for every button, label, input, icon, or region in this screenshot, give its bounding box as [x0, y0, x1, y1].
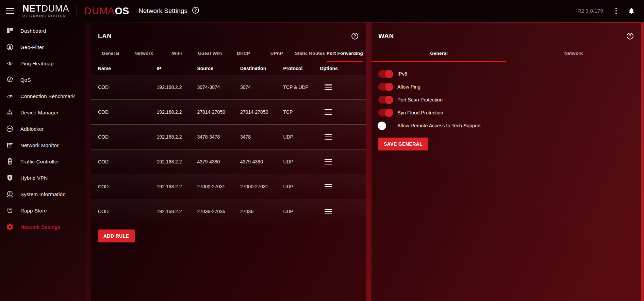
cell-ip: 192.168.2.2: [157, 84, 197, 90]
cell-source: 4379-4380: [197, 159, 240, 164]
sidebar-item-label: Device Manager: [20, 110, 59, 115]
save-general-button[interactable]: SAVE GENERAL: [378, 138, 428, 150]
sidebar-item-label: Dashboard: [20, 28, 46, 34]
top-header: NETDUMA R2 GAMING ROUTER DUMAOS Network …: [0, 0, 644, 22]
toggle-label: Syn Flood Protection: [397, 110, 443, 115]
allow-ping-toggle[interactable]: [378, 83, 393, 91]
sidebar-item-label: Traffic Controller: [20, 159, 59, 164]
sidebar-item-label: Ping Heatmap: [20, 61, 53, 66]
dumaos-logo: DUMAOS: [84, 6, 129, 16]
firmware-version: R2 3.0.179: [577, 8, 603, 14]
cell-protocol: TCP: [283, 109, 320, 115]
lan-tab-wifi[interactable]: WiFi: [160, 48, 194, 62]
cell-name: COD: [98, 209, 157, 214]
app-root: NETDUMA R2 GAMING ROUTER DUMAOS Network …: [0, 0, 644, 301]
sidebar-item-label: Rapp Store: [20, 208, 47, 213]
port-forwarding-table: COD192.168.2.23074-30743074TCP & UDPCOD1…: [91, 75, 366, 224]
notifications-bell-icon[interactable]: [628, 7, 635, 15]
lan-help-icon[interactable]: ?: [351, 32, 359, 40]
kebab-menu-icon[interactable]: [613, 7, 619, 15]
sidebar-item-geo-filter[interactable]: Geo-Filter: [0, 39, 86, 55]
wan-general-toggles: IPv6Allow PingPort Scan ProtectionSyn Fl…: [378, 67, 634, 132]
hamburger-menu-icon[interactable]: [6, 8, 14, 14]
lan-panel-title: LAN: [98, 32, 112, 40]
column-header-options: Options: [320, 66, 359, 71]
lan-tab-port-forwarding[interactable]: Port Forwarding: [327, 48, 363, 62]
sidebar-item-dashboard[interactable]: Dashboard: [0, 22, 86, 39]
connection-benchmark-icon: [6, 92, 14, 100]
device-manager-icon: [6, 108, 14, 116]
port-forwarding-row: COD192.168.2.227014-2705027014-27050TCP: [91, 100, 366, 125]
page-help-icon[interactable]: ?: [192, 6, 200, 16]
row-options-menu-icon[interactable]: [325, 134, 332, 140]
cell-source: 3478-3478: [197, 134, 240, 140]
sidebar-item-system-information[interactable]: System Information: [0, 186, 86, 202]
cell-ip: 192.168.2.2: [157, 184, 197, 189]
cell-source: 3074-3074: [197, 84, 240, 90]
lan-tabs: GeneralNetworkWiFiGuest WiFiDHCPUPnPStat…: [91, 48, 366, 62]
toggle-label: Port Scan Protection: [397, 97, 443, 102]
toggle-label: Allow Remote Access to Tech Support: [397, 123, 481, 128]
sidebar-item-adblocker[interactable]: Adblocker: [0, 121, 86, 137]
lan-tab-dhcp[interactable]: DHCP: [227, 48, 260, 62]
sidebar-nav: DashboardGeo-FilterPing HeatmapQoSConnec…: [0, 22, 86, 301]
rapp-store-icon: [6, 206, 14, 215]
cell-destination: 27000-27031: [240, 184, 283, 189]
wan-panel-title: WAN: [378, 32, 394, 40]
wan-tabs: GeneralNetwork: [371, 48, 641, 62]
sidebar-item-rapp-store[interactable]: Rapp Store: [0, 202, 86, 219]
cell-source: 27000-27031: [197, 184, 240, 189]
svg-text:?: ?: [629, 34, 631, 38]
lan-tab-static-routes[interactable]: Static Routes: [293, 48, 327, 62]
cell-ip: 192.168.2.2: [157, 159, 197, 164]
wan-tab-general[interactable]: General: [371, 48, 506, 62]
row-options-menu-icon[interactable]: [325, 208, 332, 215]
toggle-row-syn-flood-protection: Syn Flood Protection: [378, 106, 634, 119]
sidebar-item-ping-heatmap[interactable]: Ping Heatmap: [0, 55, 86, 72]
cell-destination: 3074: [240, 84, 283, 90]
row-options-menu-icon[interactable]: [325, 84, 332, 90]
sidebar-item-hybrid-vpn[interactable]: Hybrid VPN: [0, 170, 86, 186]
wan-tab-network[interactable]: Network: [506, 48, 641, 62]
column-header-protocol: Protocol: [283, 66, 320, 71]
cell-name: COD: [98, 84, 157, 90]
brand-net: NET: [22, 3, 42, 14]
port-forwarding-row: COD192.168.2.23074-30743074TCP & UDP: [91, 75, 366, 100]
row-options-menu-icon[interactable]: [325, 109, 332, 115]
cell-name: COD: [98, 109, 157, 115]
sidebar-item-label: System Information: [20, 191, 66, 197]
sidebar-item-qos[interactable]: QoS: [0, 72, 86, 88]
sidebar-item-device-manager[interactable]: Device Manager: [0, 104, 86, 121]
syn-flood-protection-toggle[interactable]: [378, 109, 393, 116]
sidebar-item-label: Connection Benchmark: [20, 93, 75, 99]
lan-panel: LAN ? GeneralNetworkWiFiGuest WiFiDHCPUP…: [91, 23, 366, 301]
row-options-menu-icon[interactable]: [325, 159, 332, 165]
cell-name: COD: [98, 159, 157, 164]
wan-help-icon[interactable]: ?: [626, 32, 634, 40]
lan-tab-upnp[interactable]: UPnP: [260, 48, 293, 62]
toggle-row-allow-ping: Allow Ping: [378, 80, 634, 93]
port-scan-protection-toggle[interactable]: [378, 96, 393, 104]
sidebar-item-traffic-controller[interactable]: Traffic Controller: [0, 153, 86, 170]
add-rule-button[interactable]: ADD RULE: [98, 229, 135, 242]
toggle-label: Allow Ping: [397, 84, 420, 90]
sidebar-item-label: QoS: [20, 77, 31, 83]
cell-destination: 3478: [240, 134, 283, 140]
netduma-logo: NETDUMA R2 GAMING ROUTER: [22, 4, 69, 18]
lan-tab-network[interactable]: Network: [127, 48, 161, 62]
page-title: Network Settings: [138, 7, 187, 15]
lan-tab-general[interactable]: General: [94, 48, 127, 62]
cell-name: COD: [98, 184, 157, 189]
allow-remote-access-to-tech-support-toggle[interactable]: [378, 122, 393, 129]
cell-destination: 4379-4380: [240, 159, 283, 164]
sidebar-item-network-settings[interactable]: Network Settings: [0, 219, 86, 235]
lan-tab-guest-wifi[interactable]: Guest WiFi: [194, 48, 227, 62]
cell-name: COD: [98, 134, 157, 140]
ipv6-toggle[interactable]: [378, 70, 393, 78]
system-information-icon: [6, 190, 14, 198]
row-options-menu-icon[interactable]: [325, 184, 332, 190]
sidebar-item-connection-benchmark[interactable]: Connection Benchmark: [0, 88, 86, 104]
cell-protocol: UDP: [283, 209, 320, 214]
sidebar-item-network-monitor[interactable]: Network Monitor: [0, 137, 86, 153]
brand-duma: DUMA: [42, 3, 69, 14]
